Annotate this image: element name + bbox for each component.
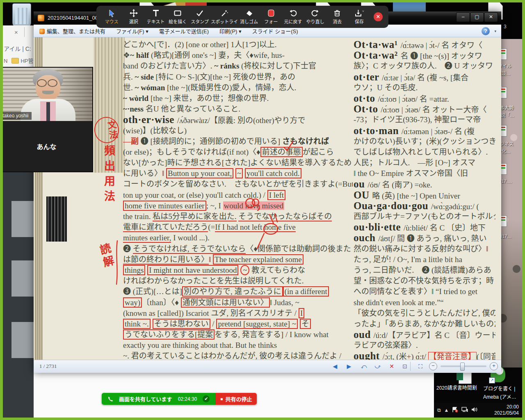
dict-segment: /ɔ́:t, (米+) ɑ́:t/: [382, 352, 428, 360]
toolbar-close-button[interactable]: ✕: [372, 12, 384, 21]
dict-segment: への同情などを表す〉‖ “I tried to get: [354, 287, 477, 296]
dict-segment: pretend [suggest, state] ~: [216, 319, 298, 329]
dict-line: ❷ そうでなければ, そうでないなら〈♦関係節では助動詞の後また: [123, 244, 353, 254]
webcam-panel[interactable]: takeo yoshii あんな: [0, 67, 93, 172]
menu-edit-share[interactable]: 編集、整理、または共有: [39, 27, 105, 35]
dict-segment: 名 ❶ [the ~(s)] オッタワ: [401, 52, 482, 60]
dict-segment: she didn't even look at me.”“: [354, 298, 444, 307]
dict-line: ton up your coat, or (else) you'll catch…: [123, 190, 353, 201]
dict-segment: oth·er·wise: [123, 114, 177, 125]
menu-file[interactable]: ファイル(F) ▾: [116, 27, 148, 35]
rotate-left-icon[interactable]: ⤺: [358, 362, 369, 370]
background-panel: [3, 172, 34, 418]
dict-line: ou·bli·ette /ù:bliét/ 名 C 〔史〕地下: [354, 222, 495, 233]
close-button[interactable]: ✕: [484, 12, 498, 22]
maximize-button[interactable]: ▢: [470, 12, 484, 22]
tool-mouse[interactable]: マウス: [100, 9, 123, 25]
tool-draw[interactable]: 絵を描く: [167, 9, 189, 25]
action-center-flag-icon[interactable]: [452, 407, 458, 414]
dict-segment: ウソ；U その毛皮.: [354, 83, 418, 92]
menu-slideshow[interactable]: スライド ショー(S): [252, 27, 298, 35]
speaker-icon[interactable]: [471, 407, 478, 413]
restore-window-icon[interactable]: ⧉: [437, 407, 441, 413]
dict-segment: 世.: [123, 83, 135, 92]
dict-line: ot·ter /ɑ́:tər | ɔ́tə/ 名 (複 ~s, [集合: [354, 72, 495, 82]
slideshow-icon[interactable]: ⊡: [399, 362, 410, 370]
dict-segment: /ɑ́:toʊ | ɔ́təʊ/ 名 オットー大帝〈: [381, 105, 486, 114]
recycle-bin-icon[interactable]: [12, 3, 31, 27]
undo-arrow-icon: [289, 9, 297, 17]
tool-format[interactable]: フォー: [260, 9, 282, 25]
dict-segment: I left: [267, 190, 285, 200]
dict-segment: ~ hàlf: [130, 51, 151, 59]
tray-expand-icon[interactable]: ▲: [444, 407, 449, 413]
zoom-in-button[interactable]: +: [490, 362, 498, 370]
tool-undo[interactable]: 元に戻す: [282, 9, 304, 25]
previous-page-icon[interactable]: ◀: [330, 362, 340, 370]
menu-email[interactable]: 電子メールで送信(E): [159, 27, 209, 35]
dict-segment: I would ...).: [171, 233, 209, 242]
dict-segment: が起こら: [303, 148, 334, 156]
help-button[interactable]: ?: [482, 27, 490, 35]
menu-print[interactable]: 印刷(P) ▾: [219, 27, 241, 35]
minimize-button[interactable]: –: [456, 12, 470, 22]
dict-segment: 通例文頭には用いない〉: [181, 297, 270, 308]
dict-line: でしばしば物入れとして用いられる〉. ❷: [354, 147, 495, 158]
dict-line: ければわからなかったことを先生は説明してくれた.: [123, 276, 353, 286]
trash-can-icon: [333, 9, 341, 17]
dict-segment: をする, 発言をする] / I know what: [215, 330, 329, 339]
dict-line: things I might not have understood ~ 教えて…: [123, 265, 353, 276]
dict-segment: ; ~, I: [206, 201, 223, 210]
speaker-video: takeo yoshii: [1, 68, 92, 121]
tab-close-icon[interactable]: ×: [14, 29, 18, 36]
dict-segment: そうでなかったならばその: [238, 212, 332, 221]
tool-save[interactable]: ˅ 保存: [348, 9, 370, 25]
dict-segment: (略式)[通例 one's ~] 妻，夫〈♦wife, hus-: [151, 51, 285, 59]
taskbar-clock[interactable]: 20:00 2021/05/04: [494, 404, 519, 416]
network-icon[interactable]: [461, 407, 468, 413]
rotate-right-icon[interactable]: ⤻: [372, 362, 383, 370]
share-frame: [522, 0, 525, 420]
help-caret-icon[interactable]: ▾: [494, 29, 496, 33]
stop-square-icon: ■: [220, 397, 223, 401]
dict-segment: Ot·ta·wa²: [354, 50, 401, 61]
dict-segment: /: [210, 320, 217, 328]
dict-segment: うっ, 二日酔いだ. ❷ (談話標識)あらあ: [354, 266, 491, 274]
svg-text:˅: ˅: [362, 9, 364, 13]
dict-line: かけのない)長いす；(米)(クッションつき): [354, 136, 495, 147]
dict-segment: 兵.: [123, 73, 135, 81]
folder-row-fragment: NHP管: [4, 57, 33, 64]
delete-icon[interactable]: ✕: [386, 362, 397, 370]
thumbnail[interactable]: [11, 260, 34, 297]
tool-eraser[interactable]: 消しゴム: [238, 9, 260, 25]
dict-line: ouch /áʊtʃ/ 間 ❶ あうっ, 痛いっ, 熱い: [354, 233, 495, 243]
stop-share-label: 共有の停止: [225, 395, 252, 403]
mouse-cursor-icon: [107, 9, 116, 17]
tool-text[interactable]: テキスト: [145, 9, 167, 25]
tool-spotlight[interactable]: スポットライ: [211, 9, 238, 25]
zoom-slider-handle[interactable]: [460, 363, 465, 371]
viewer-statusbar: 1 / 2731 ◀ ▶ ⤺ ⤻ ✕ ⊡ ⛶ − +: [34, 360, 501, 373]
tool-redo[interactable]: やり直し: [304, 9, 326, 25]
desktop-label-fragment: 3: [504, 24, 507, 30]
dict-segment: -73；ドイツ王(936-73), 神聖ローマ帝: [354, 115, 481, 124]
thumbnail[interactable]: [11, 322, 34, 358]
tool-clear[interactable]: 消去: [326, 9, 348, 25]
next-page-icon[interactable]: ▶: [344, 362, 354, 370]
dict-segment: そうは思わない: [153, 319, 210, 329]
dict-segment: band のおどけた言い方〉.: [123, 62, 214, 70]
tool-select[interactable]: 選択: [123, 9, 145, 25]
zoom-out-button[interactable]: −: [429, 362, 437, 370]
desktop-icon-label[interactable]: 2020請求書時間割: [436, 384, 477, 391]
fit-to-window-icon[interactable]: ⛶: [415, 362, 426, 370]
eraser-diamond-icon: [245, 9, 253, 17]
glasses-icon: [48, 79, 57, 87]
stop-share-button[interactable]: ■ 共有の停止: [215, 393, 257, 405]
tool-stamp[interactable]: スタンプ: [189, 9, 211, 25]
dict-segment: 教えてもらわな: [249, 266, 305, 274]
dict-segment: でしばしば物入れとして用いられる〉. ❷: [354, 148, 495, 156]
dict-line: ~·ness 名U 他と異なっていること.: [123, 104, 353, 114]
desktop-icon-label[interactable]: ブログを書く |: [483, 385, 515, 392]
thumbnail[interactable]: [11, 201, 34, 237]
dict-segment: (or else)；もしそうでなければ(if not)〈♦: [123, 148, 260, 156]
